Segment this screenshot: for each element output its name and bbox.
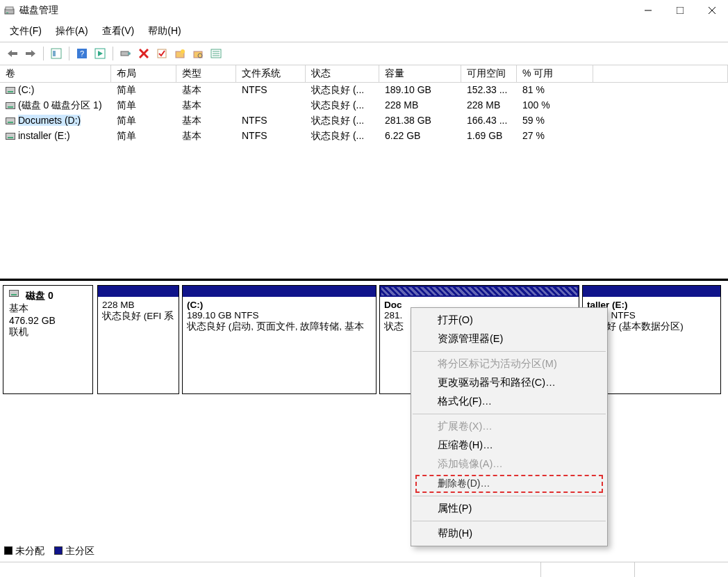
menu-view[interactable]: 查看(V) <box>95 22 142 40</box>
minimize-button[interactable] <box>632 0 664 21</box>
drive-icon <box>6 133 15 140</box>
table-row[interactable]: (C:) 简单 基本 NTFS 状态良好 (... 189.10 GB 152.… <box>0 83 728 98</box>
cm-open[interactable]: 打开(O) <box>411 311 607 330</box>
menu-action[interactable]: 操作(A) <box>49 22 95 40</box>
svg-point-23 <box>181 49 185 54</box>
action-icon-button[interactable] <box>92 45 108 62</box>
list-icon[interactable] <box>208 45 224 62</box>
header-capacity[interactable]: 容量 <box>379 65 461 83</box>
volume-list: (C:) 简单 基本 NTFS 状态良好 (... 189.10 GB 152.… <box>0 83 728 279</box>
disk-label[interactable]: 磁盘 0 基本 476.92 GB 联机 <box>3 285 93 394</box>
cm-change-letter[interactable]: 更改驱动器号和路径(C)… <box>411 373 607 392</box>
cm-mark-active: 将分区标记为活动分区(M) <box>411 355 607 373</box>
svg-rect-1 <box>6 7 13 10</box>
window-controls <box>632 0 728 21</box>
partition-efi[interactable]: 228 MB 状态良好 (EFI 系 <box>97 285 179 394</box>
header-fs[interactable]: 文件系统 <box>236 65 306 83</box>
cm-explorer[interactable]: 资源管理器(E) <box>411 330 607 348</box>
cm-add-mirror: 添加镜像(A)… <box>411 455 607 473</box>
volume-headers: 卷 布局 类型 文件系统 状态 容量 可用空间 % 可用 <box>0 65 728 83</box>
cm-properties[interactable]: 属性(P) <box>411 499 607 518</box>
status-segment <box>540 562 634 577</box>
header-pct[interactable]: % 可用 <box>517 65 593 83</box>
svg-rect-12 <box>53 51 56 56</box>
cm-shrink[interactable]: 压缩卷(H)… <box>411 436 607 455</box>
menu-help[interactable]: 帮助(H) <box>141 22 188 40</box>
header-type[interactable]: 类型 <box>176 65 236 83</box>
header-status[interactable]: 状态 <box>306 65 379 83</box>
menu-file[interactable]: 文件(F) <box>3 22 49 40</box>
close-button[interactable] <box>696 0 728 21</box>
toolbar: ? <box>0 42 728 65</box>
table-row[interactable]: installer (E:) 简单 基本 NTFS 状态良好 (... 6.22… <box>0 129 728 144</box>
svg-text:?: ? <box>80 49 84 58</box>
help-button[interactable]: ? <box>74 45 90 62</box>
status-segment <box>634 562 728 577</box>
cm-extend: 扩展卷(X)… <box>411 417 607 436</box>
console-tree-button[interactable] <box>48 45 65 62</box>
back-button[interactable] <box>4 45 21 62</box>
folder-new-icon[interactable] <box>172 45 188 62</box>
menubar: 文件(F) 操作(A) 查看(V) 帮助(H) <box>0 21 728 42</box>
legend: 未分配 主分区 <box>4 545 94 558</box>
connect-icon[interactable] <box>117 45 134 62</box>
drive-icon <box>6 87 15 94</box>
header-slack <box>593 65 728 83</box>
drive-icon <box>6 102 15 109</box>
svg-rect-10 <box>26 52 31 55</box>
check-icon[interactable] <box>154 45 170 62</box>
cm-help[interactable]: 帮助(H) <box>411 524 607 543</box>
folder-search-icon[interactable] <box>190 45 206 62</box>
svg-rect-2 <box>6 13 8 13</box>
partition-c[interactable]: (C:) 189.10 GB NTFS 状态良好 (启动, 页面文件, 故障转储… <box>182 285 377 394</box>
svg-marker-16 <box>98 51 103 56</box>
maximize-button[interactable] <box>664 0 696 21</box>
svg-rect-8 <box>12 52 17 55</box>
svg-marker-9 <box>31 50 35 57</box>
svg-rect-4 <box>677 7 684 14</box>
drive-icon <box>6 117 15 124</box>
window-title: 磁盘管理 <box>19 4 632 17</box>
header-free[interactable]: 可用空间 <box>461 65 517 83</box>
disk-icon <box>9 290 19 297</box>
svg-point-18 <box>128 52 131 55</box>
context-menu: 打开(O) 资源管理器(E) 将分区标记为活动分区(M) 更改驱动器号和路径(C… <box>411 307 608 546</box>
table-row[interactable]: Documets (D:) 简单 基本 NTFS 状态良好 (... 281.3… <box>0 113 728 129</box>
delete-icon[interactable] <box>135 45 152 62</box>
header-layout[interactable]: 布局 <box>111 65 176 83</box>
legend-swatch-primary <box>54 546 63 555</box>
forward-button[interactable] <box>22 45 39 62</box>
legend-swatch-unallocated <box>4 546 13 555</box>
statusbar <box>0 562 728 577</box>
titlebar: 磁盘管理 <box>0 0 728 21</box>
table-row[interactable]: (磁盘 0 磁盘分区 1) 简单 基本 状态良好 (... 228 MB 228… <box>0 98 728 113</box>
header-volume[interactable]: 卷 <box>0 65 111 83</box>
disk-graphic-area: 磁盘 0 基本 476.92 GB 联机 228 MB 状态良好 (EFI 系 … <box>0 279 728 397</box>
disk-mgmt-icon <box>4 5 15 16</box>
cm-format[interactable]: 格式化(F)… <box>411 392 607 411</box>
svg-marker-7 <box>8 50 12 57</box>
svg-rect-17 <box>121 51 129 56</box>
cm-delete-volume[interactable]: 删除卷(D)… <box>415 475 603 493</box>
